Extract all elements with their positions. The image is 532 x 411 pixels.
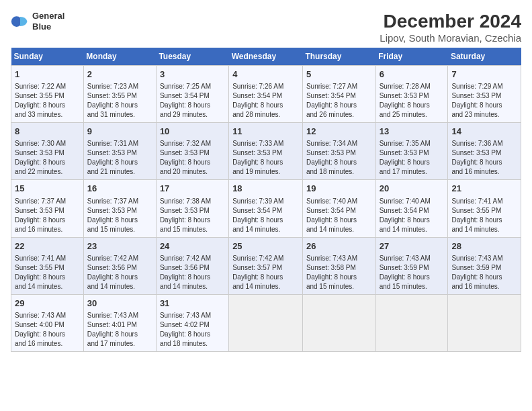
day-info: Sunrise: 7:37 AM Sunset: 3:53 PM Dayligh… — [15, 197, 80, 234]
calendar-cell: 19Sunrise: 7:40 AM Sunset: 3:54 PM Dayli… — [302, 180, 375, 237]
day-info: Sunrise: 7:36 AM Sunset: 3:53 PM Dayligh… — [451, 139, 517, 177]
day-info: Sunrise: 7:34 AM Sunset: 3:53 PM Dayligh… — [306, 139, 372, 177]
day-number: 30 — [87, 298, 152, 310]
day-number: 1 — [15, 68, 80, 81]
calendar-cell — [375, 294, 448, 351]
col-header-sunday: Sunday — [11, 48, 84, 66]
day-number: 28 — [451, 240, 517, 253]
calendar-cell: 10Sunrise: 7:32 AM Sunset: 3:53 PM Dayli… — [156, 123, 228, 180]
day-number: 17 — [160, 183, 225, 195]
calendar-cell: 28Sunrise: 7:43 AM Sunset: 3:59 PM Dayli… — [448, 237, 521, 294]
calendar-cell — [229, 294, 303, 351]
day-number: 15 — [15, 183, 80, 195]
day-info: Sunrise: 7:39 AM Sunset: 3:54 PM Dayligh… — [232, 197, 299, 234]
day-info: Sunrise: 7:32 AM Sunset: 3:53 PM Dayligh… — [160, 139, 225, 177]
day-info: Sunrise: 7:29 AM Sunset: 3:53 PM Dayligh… — [451, 82, 517, 120]
calendar-cell: 2Sunrise: 7:23 AM Sunset: 3:55 PM Daylig… — [83, 66, 156, 123]
logo-line2: Blue — [32, 21, 64, 32]
day-info: Sunrise: 7:42 AM Sunset: 3:56 PM Dayligh… — [87, 254, 152, 291]
calendar-cell: 9Sunrise: 7:31 AM Sunset: 3:53 PM Daylig… — [83, 123, 156, 180]
calendar-cell: 16Sunrise: 7:37 AM Sunset: 3:53 PM Dayli… — [83, 180, 156, 237]
day-number: 26 — [306, 240, 372, 253]
calendar-cell: 1Sunrise: 7:22 AM Sunset: 3:55 PM Daylig… — [11, 66, 84, 123]
day-number: 3 — [160, 68, 225, 81]
day-info: Sunrise: 7:43 AM Sunset: 4:01 PM Dayligh… — [87, 311, 152, 349]
day-info: Sunrise: 7:22 AM Sunset: 3:55 PM Dayligh… — [15, 82, 80, 120]
logo-line1: General — [32, 11, 64, 21]
days-header-row: SundayMondayTuesdayWednesdayThursdayFrid… — [11, 48, 521, 66]
day-number: 12 — [306, 126, 372, 138]
day-number: 23 — [87, 240, 152, 253]
day-info: Sunrise: 7:33 AM Sunset: 3:53 PM Dayligh… — [232, 139, 299, 177]
page-header: General Blue December 2024 Lipov, South … — [11, 11, 521, 44]
col-header-monday: Monday — [83, 48, 156, 66]
day-number: 2 — [87, 68, 152, 81]
day-number: 8 — [15, 126, 80, 138]
week-row-5: 29Sunrise: 7:43 AM Sunset: 4:00 PM Dayli… — [11, 294, 521, 351]
calendar-cell: 15Sunrise: 7:37 AM Sunset: 3:53 PM Dayli… — [11, 180, 84, 237]
day-info: Sunrise: 7:43 AM Sunset: 3:59 PM Dayligh… — [380, 254, 445, 291]
day-info: Sunrise: 7:38 AM Sunset: 3:53 PM Dayligh… — [160, 197, 225, 234]
calendar-cell: 5Sunrise: 7:27 AM Sunset: 3:54 PM Daylig… — [302, 66, 375, 123]
day-number: 13 — [380, 126, 445, 138]
col-header-wednesday: Wednesday — [229, 48, 303, 66]
calendar-table: SundayMondayTuesdayWednesdayThursdayFrid… — [11, 48, 521, 352]
day-info: Sunrise: 7:40 AM Sunset: 3:54 PM Dayligh… — [380, 197, 445, 234]
day-info: Sunrise: 7:35 AM Sunset: 3:53 PM Dayligh… — [380, 139, 445, 177]
logo-text: General Blue — [32, 11, 64, 32]
calendar-cell: 17Sunrise: 7:38 AM Sunset: 3:53 PM Dayli… — [156, 180, 228, 237]
week-row-1: 1Sunrise: 7:22 AM Sunset: 3:55 PM Daylig… — [11, 66, 521, 123]
calendar-cell: 13Sunrise: 7:35 AM Sunset: 3:53 PM Dayli… — [375, 123, 448, 180]
logo: General Blue — [11, 11, 64, 32]
day-number: 29 — [15, 298, 80, 310]
calendar-cell: 24Sunrise: 7:42 AM Sunset: 3:56 PM Dayli… — [156, 237, 228, 294]
calendar-cell: 14Sunrise: 7:36 AM Sunset: 3:53 PM Dayli… — [448, 123, 521, 180]
calendar-cell: 31Sunrise: 7:43 AM Sunset: 4:02 PM Dayli… — [156, 294, 228, 351]
day-number: 10 — [160, 126, 225, 138]
calendar-cell: 18Sunrise: 7:39 AM Sunset: 3:54 PM Dayli… — [229, 180, 303, 237]
day-number: 27 — [380, 240, 445, 253]
calendar-cell: 27Sunrise: 7:43 AM Sunset: 3:59 PM Dayli… — [375, 237, 448, 294]
calendar-cell: 7Sunrise: 7:29 AM Sunset: 3:53 PM Daylig… — [448, 66, 521, 123]
calendar-cell: 4Sunrise: 7:26 AM Sunset: 3:54 PM Daylig… — [229, 66, 303, 123]
week-row-3: 15Sunrise: 7:37 AM Sunset: 3:53 PM Dayli… — [11, 180, 521, 237]
day-number: 21 — [451, 183, 517, 195]
day-info: Sunrise: 7:42 AM Sunset: 3:56 PM Dayligh… — [160, 254, 225, 291]
col-header-tuesday: Tuesday — [156, 48, 228, 66]
day-info: Sunrise: 7:43 AM Sunset: 3:58 PM Dayligh… — [306, 254, 372, 291]
day-number: 14 — [451, 126, 517, 138]
day-number: 16 — [87, 183, 152, 195]
calendar-cell — [448, 294, 521, 351]
day-number: 6 — [380, 68, 445, 81]
col-header-friday: Friday — [375, 48, 448, 66]
title-block: December 2024 Lipov, South Moravian, Cze… — [380, 11, 521, 44]
calendar-subtitle: Lipov, South Moravian, Czechia — [380, 32, 521, 44]
day-info: Sunrise: 7:40 AM Sunset: 3:54 PM Dayligh… — [306, 197, 372, 234]
day-info: Sunrise: 7:37 AM Sunset: 3:53 PM Dayligh… — [87, 197, 152, 234]
day-number: 19 — [306, 183, 372, 195]
day-info: Sunrise: 7:28 AM Sunset: 3:53 PM Dayligh… — [380, 82, 445, 120]
day-number: 9 — [87, 126, 152, 138]
col-header-thursday: Thursday — [302, 48, 375, 66]
day-number: 7 — [451, 68, 517, 81]
day-info: Sunrise: 7:42 AM Sunset: 3:57 PM Dayligh… — [232, 254, 299, 291]
day-number: 31 — [160, 298, 225, 310]
calendar-cell: 22Sunrise: 7:41 AM Sunset: 3:55 PM Dayli… — [11, 237, 84, 294]
day-info: Sunrise: 7:43 AM Sunset: 4:02 PM Dayligh… — [160, 311, 225, 349]
day-info: Sunrise: 7:23 AM Sunset: 3:55 PM Dayligh… — [87, 82, 152, 120]
day-number: 18 — [232, 183, 299, 195]
week-row-2: 8Sunrise: 7:30 AM Sunset: 3:53 PM Daylig… — [11, 123, 521, 180]
calendar-cell: 6Sunrise: 7:28 AM Sunset: 3:53 PM Daylig… — [375, 66, 448, 123]
calendar-cell: 21Sunrise: 7:41 AM Sunset: 3:55 PM Dayli… — [448, 180, 521, 237]
calendar-cell: 26Sunrise: 7:43 AM Sunset: 3:58 PM Dayli… — [302, 237, 375, 294]
calendar-cell: 23Sunrise: 7:42 AM Sunset: 3:56 PM Dayli… — [83, 237, 156, 294]
week-row-4: 22Sunrise: 7:41 AM Sunset: 3:55 PM Dayli… — [11, 237, 521, 294]
calendar-cell: 30Sunrise: 7:43 AM Sunset: 4:01 PM Dayli… — [83, 294, 156, 351]
calendar-cell: 12Sunrise: 7:34 AM Sunset: 3:53 PM Dayli… — [302, 123, 375, 180]
day-number: 22 — [15, 240, 80, 253]
calendar-cell: 11Sunrise: 7:33 AM Sunset: 3:53 PM Dayli… — [229, 123, 303, 180]
day-info: Sunrise: 7:43 AM Sunset: 4:00 PM Dayligh… — [15, 311, 80, 349]
col-header-saturday: Saturday — [448, 48, 521, 66]
logo-icon — [11, 12, 30, 31]
calendar-title: December 2024 — [380, 11, 521, 32]
